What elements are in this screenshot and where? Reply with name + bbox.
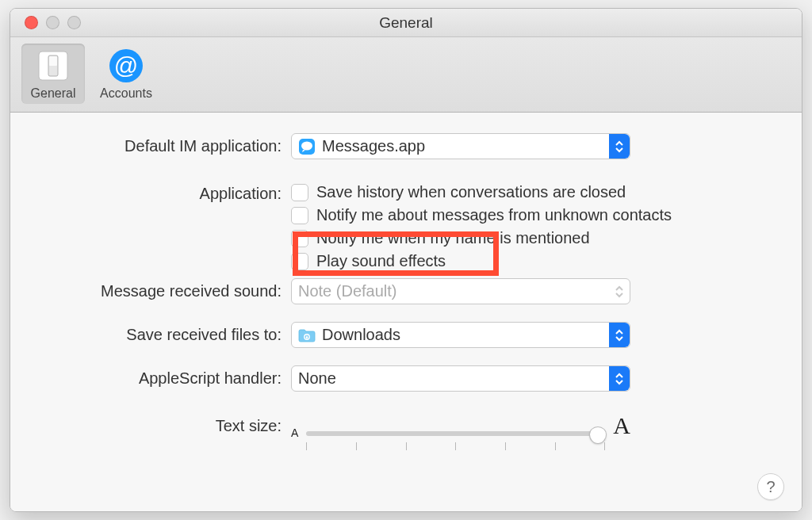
checkbox-save-history[interactable] xyxy=(291,184,308,201)
received-sound-popup[interactable]: Note (Default) xyxy=(291,278,630,304)
slider-ticks xyxy=(306,442,605,450)
checkbox-notify-unknown[interactable] xyxy=(291,207,308,224)
save-files-value: Downloads xyxy=(322,326,400,344)
row-save-files: Save received files to: Downloads xyxy=(33,322,779,348)
window-title: General xyxy=(10,14,802,32)
check-save-history-row: Save history when conversations are clos… xyxy=(291,183,779,201)
label-application: Application: xyxy=(33,183,291,203)
applescript-value: None xyxy=(298,369,336,388)
content-pane: Default IM application: Messages.app xyxy=(10,113,802,511)
label-textsize: Text size: xyxy=(33,417,291,435)
slider-thumb[interactable] xyxy=(589,426,607,444)
tab-general[interactable]: General xyxy=(21,44,85,104)
svg-point-6 xyxy=(301,141,312,150)
applescript-popup[interactable]: None xyxy=(291,365,630,392)
chevron-up-down-icon xyxy=(609,134,630,159)
toolbar: General @ Accounts xyxy=(10,37,802,113)
chevron-up-down-icon xyxy=(609,323,630,347)
save-files-popup[interactable]: Downloads xyxy=(291,322,630,348)
textsize-small-a: A xyxy=(291,426,298,439)
received-sound-value: Note (Default) xyxy=(298,282,397,300)
tab-general-label: General xyxy=(31,86,76,101)
question-mark-icon: ? xyxy=(766,478,775,496)
titlebar[interactable]: General xyxy=(10,9,802,37)
textsize-slider[interactable]: A A xyxy=(291,412,630,439)
tab-accounts[interactable]: @ Accounts xyxy=(94,44,158,104)
label-play-sound: Play sound effects xyxy=(316,252,446,270)
svg-rect-2 xyxy=(49,56,57,66)
label-received-sound: Message received sound: xyxy=(33,282,291,300)
help-button[interactable]: ? xyxy=(757,473,784,500)
row-applescript: AppleScript handler: None xyxy=(33,365,779,392)
preferences-window: General General @ Accounts xyxy=(10,8,802,512)
at-sign-icon: @ xyxy=(107,47,145,85)
tab-accounts-label: Accounts xyxy=(100,86,152,101)
check-play-sound-row: Play sound effects xyxy=(291,252,779,270)
label-save-history: Save history when conversations are clos… xyxy=(316,183,626,201)
checkbox-notify-name[interactable] xyxy=(291,230,308,247)
row-application: Application: Save history when conversat… xyxy=(33,183,779,278)
switch-icon xyxy=(34,47,72,85)
label-default-im: Default IM application: xyxy=(33,137,291,155)
default-im-popup[interactable]: Messages.app xyxy=(291,133,630,159)
chevron-up-down-icon xyxy=(609,366,630,391)
label-applescript: AppleScript handler: xyxy=(33,369,291,388)
chevron-up-down-icon xyxy=(609,279,630,304)
default-im-value: Messages.app xyxy=(322,137,425,155)
folder-icon xyxy=(298,327,316,344)
row-default-im: Default IM application: Messages.app xyxy=(33,133,779,159)
row-received-sound: Message received sound: Note (Default) xyxy=(33,278,779,304)
row-textsize: Text size: A A xyxy=(33,412,779,439)
label-notify-name: Notify me when my name is mentioned xyxy=(316,229,590,247)
checkbox-play-sound[interactable] xyxy=(291,253,308,270)
messages-app-icon xyxy=(298,138,316,155)
label-save-files: Save received files to: xyxy=(33,326,291,344)
check-notify-name-row: Notify me when my name is mentioned xyxy=(291,229,779,247)
check-notify-unknown-row: Notify me about messages from unknown co… xyxy=(291,206,779,224)
slider-track[interactable] xyxy=(306,431,605,436)
svg-text:@: @ xyxy=(114,52,138,78)
textsize-big-a: A xyxy=(613,412,630,439)
label-notify-unknown: Notify me about messages from unknown co… xyxy=(316,206,672,224)
